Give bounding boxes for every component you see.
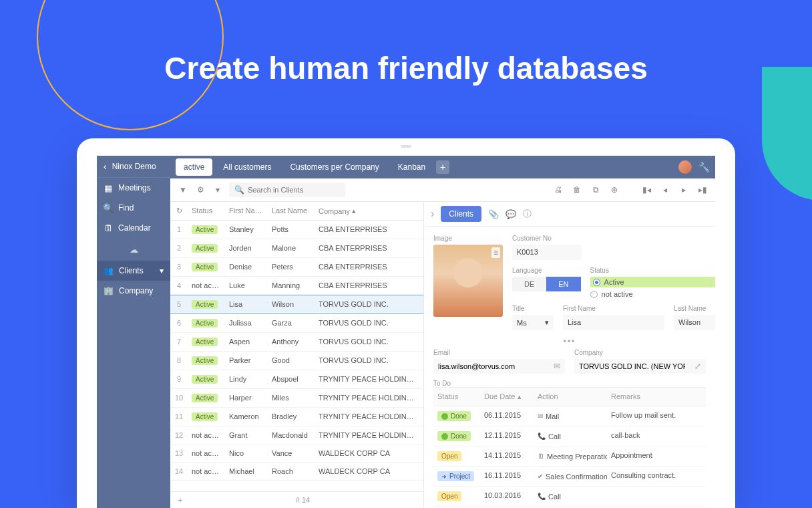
sidebar-item-meetings[interactable]: ▦ Meetings (97, 178, 170, 198)
refresh-icon[interactable]: ↻ (170, 202, 188, 220)
sidebar-cloud[interactable]: ☁ (97, 238, 170, 261)
search-icon: 🔍 (104, 203, 113, 213)
table-row[interactable]: 12not activeGrantMacdonaldTRYNITY PEACE … (170, 426, 423, 444)
todo-col-status[interactable]: Status (433, 388, 480, 406)
label-todo: To Do (433, 380, 451, 387)
add-row-button[interactable]: + (174, 496, 186, 504)
tab-active[interactable]: active (176, 158, 212, 176)
label-first-name: First Name (563, 305, 664, 312)
todo-row[interactable]: Open10.03.2016📞Call (433, 487, 706, 507)
search-input[interactable] (248, 186, 340, 194)
company-input[interactable] (574, 359, 690, 374)
grid-body: 1ActiveStanleyPottsCBA ENTERPRISES2Activ… (170, 221, 423, 491)
col-status[interactable]: Status (188, 202, 225, 220)
add-tab-button[interactable]: + (436, 160, 449, 174)
last-name-input[interactable] (674, 315, 715, 330)
sidebar-item-find[interactable]: 🔍 Find (97, 198, 170, 218)
comment-icon[interactable]: 💬 (505, 209, 516, 219)
table-row[interactable]: 11ActiveKameronBradleyTRYNITY PEACE HOLD… (170, 408, 423, 426)
table-row[interactable]: 8ActiveParkerGoodTORVUS GOLD INC. (170, 352, 423, 370)
table-row[interactable]: 13not activeNicoVanceWALDECK CORP CA (170, 444, 423, 463)
table-row[interactable]: 9ActiveLindyAbspoelTRYNITY PEACE HOLDING… (170, 370, 423, 389)
device-frame: ‹ Ninox Demo ▦ Meetings 🔍 Find 🗓 Calenda… (77, 138, 735, 508)
detail-header: › Clients 📎 💬 ⓘ (424, 202, 715, 227)
todo-col-due[interactable]: Due Date ▴ (480, 388, 534, 406)
todo-row[interactable]: Done06.11.2015✉MailFollow up mail sent. (433, 406, 706, 426)
todo-row[interactable]: Project16.11.2015✔Sales ConfirmationCons… (433, 467, 706, 487)
sidebar-header[interactable]: ‹ Ninox Demo (97, 156, 170, 178)
row-count: # 14 (296, 496, 310, 504)
company-icon: 🏢 (104, 286, 114, 295)
client-photo[interactable]: ≡ (433, 245, 503, 317)
todo-col-action[interactable]: Action (534, 388, 607, 406)
table-row[interactable]: 5ActiveLisaWilsonTORVUS GOLD INC. (170, 295, 423, 314)
email-input[interactable] (433, 359, 549, 374)
filter-icon[interactable]: ▼ (177, 184, 189, 196)
first-name-input[interactable] (563, 315, 664, 330)
table-row[interactable]: 1ActiveStanleyPottsCBA ENTERPRISES (170, 221, 423, 239)
grid-pane: ↻ Status First Name Last Name Company▴ 1… (170, 202, 424, 508)
tab-all-customers[interactable]: All customers (215, 158, 279, 176)
status-active-radio[interactable]: Active (590, 277, 715, 287)
todo-col-remarks[interactable]: Remarks (607, 388, 706, 406)
photo-menu-icon[interactable]: ≡ (491, 247, 500, 258)
table-row[interactable]: 4not activeLukeManningCBA ENTERPRISES (170, 277, 423, 295)
status-radios: Active not active (590, 277, 715, 298)
table-row[interactable]: 7ActiveAspenAnthonyTORVUS GOLD INC. (170, 333, 423, 352)
col-company[interactable]: Company▴ (315, 202, 423, 220)
todo-row[interactable]: Open14.11.2015🗓Meeting PreparationAppoin… (433, 447, 706, 467)
table-row[interactable]: 3ActiveDenisePetersCBA ENTERPRISES (170, 258, 423, 277)
clients-icon: 👥 (104, 266, 114, 275)
col-last[interactable]: Last Name (268, 202, 315, 220)
grid-header: ↻ Status First Name Last Name Company▴ (170, 202, 423, 221)
attachment-icon[interactable]: 📎 (488, 209, 499, 219)
tagline: Create human friendly databases (0, 50, 812, 86)
last-record-icon[interactable]: ▸▮ (696, 184, 708, 196)
link-icon[interactable]: ⤢ (690, 362, 706, 371)
todo-row[interactable]: Done12.11.2015📞Callcall-back (433, 426, 706, 447)
chevron-down-icon[interactable]: ▾ (212, 184, 224, 196)
toolbar: ▼ ⚙ ▾ 🔍 🖨 🗑 ⧉ ⊕ ▮◂ ◂ ▸ ▸▮ (170, 178, 715, 202)
lang-en[interactable]: EN (546, 277, 580, 291)
language-toggle[interactable]: DE EN (512, 277, 581, 291)
col-first[interactable]: First Name (225, 202, 268, 220)
gear-icon[interactable]: ⚙ (194, 184, 206, 196)
prev-record-icon[interactable]: ◂ (659, 184, 671, 196)
tab-customers-per-company[interactable]: Customers per Company (282, 158, 387, 176)
next-record-icon[interactable]: ▸ (678, 184, 690, 196)
back-icon[interactable]: ‹ (104, 161, 107, 172)
grid-icon: ▦ (104, 183, 113, 193)
table-row[interactable]: 10ActiveHarperMilesTRYNITY PEACE HOLDING… (170, 389, 423, 408)
detail-pane: › Clients 📎 💬 ⓘ Image ≡ (424, 202, 715, 508)
mail-icon[interactable]: ✉ (549, 362, 565, 371)
lang-de[interactable]: DE (512, 277, 546, 291)
delete-icon[interactable]: 🗑 (571, 184, 583, 196)
sort-asc-icon: ▴ (518, 392, 522, 400)
user-avatar[interactable] (678, 160, 692, 174)
copy-icon[interactable]: ⧉ (590, 184, 602, 196)
view-tabs: activeAll customersCustomers per Company… (170, 156, 715, 178)
sidebar-item-calendar[interactable]: 🗓 Calendar (97, 218, 170, 238)
table-row[interactable]: 14not activeMichaelRoachWALDECK CORP CA (170, 463, 423, 481)
label-title: Title (512, 305, 554, 312)
more-dots[interactable]: ••• (433, 337, 706, 346)
tab-kanban[interactable]: Kanban (390, 158, 433, 176)
main-panel: activeAll customersCustomers per Company… (170, 156, 715, 508)
print-icon[interactable]: 🖨 (552, 184, 564, 196)
sidebar-item-clients[interactable]: 👥 Clients ▾ (97, 261, 170, 281)
info-icon[interactable]: ⓘ (523, 208, 532, 220)
customer-no-input[interactable] (512, 245, 582, 260)
first-record-icon[interactable]: ▮◂ (640, 184, 652, 196)
sidebar-item-company[interactable]: 🏢 Company (97, 281, 170, 301)
status-inactive-radio[interactable]: not active (590, 290, 715, 298)
label-status: Status (590, 267, 715, 274)
table-row[interactable]: 2ActiveJordenMaloneCBA ENTERPRISES (170, 239, 423, 258)
title-select[interactable]: Ms▾ (512, 315, 554, 330)
settings-icon[interactable]: 🔧 (698, 162, 710, 172)
todo-body: Done06.11.2015✉MailFollow up mail sent.D… (433, 406, 706, 507)
detail-crumb[interactable]: Clients (441, 206, 481, 222)
detail-back-icon[interactable]: › (431, 208, 434, 220)
add-icon[interactable]: ⊕ (608, 184, 620, 196)
search-box[interactable]: 🔍 (229, 182, 345, 197)
table-row[interactable]: 6ActiveJulissaGarzaTORVUS GOLD INC. (170, 314, 423, 333)
